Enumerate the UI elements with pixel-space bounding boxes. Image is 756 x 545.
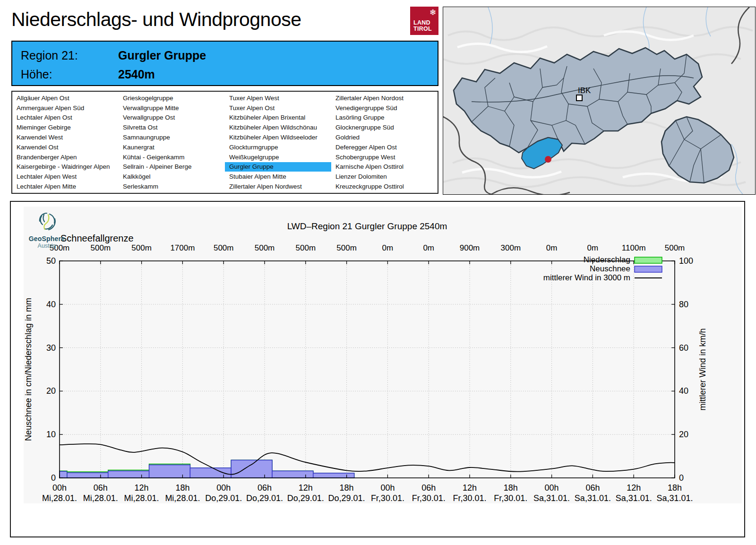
x-tick-hour: 12h bbox=[135, 483, 149, 493]
land-tirol-logo: ❄ LAND TIROL bbox=[410, 7, 438, 35]
region-list-item[interactable]: Verwallgruppe Ost bbox=[119, 113, 225, 123]
x-tick-day: Do,29.01. bbox=[205, 493, 242, 503]
left-axis-tick: 0 bbox=[51, 473, 56, 483]
x-tick-day: Sa,31.01. bbox=[616, 493, 652, 503]
right-axis-tick: 0 bbox=[679, 473, 684, 483]
x-tick-hour: 12h bbox=[299, 483, 313, 493]
snowline-value: 500m bbox=[336, 243, 357, 252]
region-list-item[interactable]: Kalkkögel bbox=[119, 172, 225, 182]
x-tick-hour: 06h bbox=[421, 483, 436, 493]
forecast-chart: LWD–Region 21 Gurgler Gruppe 2540mSchnee… bbox=[11, 202, 744, 536]
region-list-item[interactable]: Allgäuer Alpen Ost bbox=[12, 93, 119, 103]
x-tick-hour: 18h bbox=[175, 483, 189, 493]
region-list-item[interactable]: Lechtaler Alpen Mitte bbox=[12, 182, 119, 191]
region-list: Allgäuer Alpen OstAmmergauer Alpen SüdLe… bbox=[11, 91, 438, 194]
region-list-item[interactable]: Glocknergruppe Süd bbox=[331, 122, 438, 132]
region-list-item[interactable]: Tuxer Alpen West bbox=[225, 93, 331, 103]
region-list-item[interactable]: Schobergruppe West bbox=[331, 152, 438, 162]
x-tick-day: Fr,30.01. bbox=[412, 493, 446, 503]
x-tick-hour: 00h bbox=[52, 483, 67, 493]
x-tick-hour: 00h bbox=[380, 483, 395, 493]
right-axis-tick: 20 bbox=[679, 430, 688, 439]
region-list-item[interactable]: Zillertaler Alpen Nordost bbox=[331, 93, 438, 103]
map-canvas: IBK bbox=[443, 7, 755, 194]
region-list-item[interactable]: Lasörling Gruppe bbox=[331, 113, 438, 123]
snowline-value: 1700m bbox=[170, 243, 195, 252]
region-list-item[interactable]: Serleskamm bbox=[119, 182, 225, 191]
region-list-item[interactable]: Kitzbüheler Alpen Brixental bbox=[225, 113, 331, 123]
snowline-value: 0m bbox=[587, 243, 599, 252]
region-list-item[interactable]: Deferegger Alpen Ost bbox=[331, 142, 438, 152]
x-tick-day: Sa,31.01. bbox=[533, 493, 570, 503]
region-list-item[interactable]: Brandenberger Alpen bbox=[12, 152, 119, 162]
legend-neuschnee: Neuschnee bbox=[590, 264, 630, 273]
x-tick-day: Sa,31.01. bbox=[575, 493, 611, 503]
x-tick-hour: 18h bbox=[668, 483, 682, 493]
x-tick-day: Mi,28.01. bbox=[42, 493, 77, 503]
snowline-value: 300m bbox=[501, 243, 521, 252]
region-list-item[interactable]: Karnische Alpen Osttirol bbox=[331, 162, 438, 172]
region-list-item[interactable]: Verwallgruppe Mitte bbox=[119, 103, 225, 113]
region-list-item[interactable]: Mieminger Gebirge bbox=[12, 122, 119, 132]
altitude-value: 2540m bbox=[118, 68, 155, 81]
region-list-item[interactable]: Weißkugelgruppe bbox=[225, 152, 331, 162]
right-axis-label: mittlerer Wind in km/h bbox=[698, 328, 707, 410]
logo-line1: LAND bbox=[413, 19, 430, 26]
region-list-item[interactable]: Silvretta Ost bbox=[119, 122, 225, 132]
region-list-item[interactable]: Samnaungruppe bbox=[119, 132, 225, 142]
geosphere-sub: Austria bbox=[25, 242, 69, 249]
snowline-value: 500m bbox=[214, 243, 234, 252]
x-tick-day: Fr,30.01. bbox=[494, 493, 527, 503]
region-list-item[interactable]: Glockturmgruppe bbox=[225, 142, 331, 152]
x-tick-day: Fr,30.01. bbox=[371, 493, 404, 503]
region-list-item[interactable]: Kühtai - Geigenkamm bbox=[119, 152, 225, 162]
region-list-item[interactable]: Venedigergruppe Süd bbox=[331, 103, 438, 113]
legend-wind: mittlerer Wind in 3000 m bbox=[543, 273, 630, 282]
x-tick-day: Mi,28.01. bbox=[124, 493, 159, 503]
right-axis-tick: 60 bbox=[679, 343, 688, 353]
x-tick-hour: 18h bbox=[504, 483, 518, 493]
left-axis-tick: 20 bbox=[46, 386, 56, 396]
region-label: Region 21: bbox=[21, 49, 78, 62]
region-list-item[interactable]: Karwendel West bbox=[12, 132, 119, 142]
city-square-icon bbox=[576, 95, 582, 101]
region-list-item[interactable]: Lechtaler Alpen Ost bbox=[12, 113, 119, 123]
region-list-item[interactable]: Kreuzeckgruppe Osttirol bbox=[331, 182, 438, 191]
region-list-item[interactable]: Kitzbüheler Alpen Wildschönau bbox=[225, 122, 331, 132]
region-list-item[interactable]: Stubaier Alpen Mitte bbox=[225, 172, 331, 182]
region-list-item[interactable]: Sellrain - Alpeiner Berge bbox=[119, 162, 225, 172]
region-list-item[interactable]: Kaunergrat bbox=[119, 142, 225, 152]
right-axis-tick: 80 bbox=[679, 300, 688, 309]
x-tick-day: Sa,31.01. bbox=[656, 493, 693, 503]
region-list-item[interactable]: Goldried bbox=[331, 132, 438, 142]
region-list-item[interactable]: Kitzbüheler Alpen Wildseeloder bbox=[225, 132, 331, 142]
x-tick-hour: 00h bbox=[216, 483, 231, 493]
region-list-item[interactable]: Karwendel Ost bbox=[12, 142, 119, 152]
region-list-item[interactable]: Ammergauer Alpen Süd bbox=[12, 103, 119, 113]
x-tick-day: Do,29.01. bbox=[287, 493, 324, 503]
region-list-item[interactable]: Lechtaler Alpen West bbox=[12, 172, 119, 182]
x-tick-day: Do,29.01. bbox=[328, 493, 365, 503]
region-list-item[interactable]: Kaisergebirge - Waidringer Alpen bbox=[12, 162, 119, 172]
x-tick-hour: 06h bbox=[585, 483, 600, 493]
region-list-column: Allgäuer Alpen OstAmmergauer Alpen SüdLe… bbox=[12, 93, 119, 191]
left-axis-tick: 50 bbox=[46, 256, 56, 266]
region-list-item[interactable]: Grieskogelgruppe bbox=[119, 93, 225, 103]
region-list-item[interactable]: Tuxer Alpen Ost bbox=[225, 103, 331, 113]
region-list-item-selected[interactable]: Gurgler Gruppe bbox=[225, 162, 331, 172]
x-tick-day: Mi,28.01. bbox=[83, 493, 118, 503]
x-tick-hour: 18h bbox=[340, 483, 354, 493]
snowline-value: 1100m bbox=[622, 243, 646, 252]
x-tick-day: Do,29.01. bbox=[246, 493, 283, 503]
x-tick-hour: 00h bbox=[545, 483, 559, 493]
snowline-value: 900m bbox=[460, 243, 480, 252]
tirol-map: IBK bbox=[443, 7, 756, 195]
logo-line2: TIROL bbox=[413, 26, 432, 32]
region-list-item[interactable]: Zillertaler Alpen Nordwest bbox=[225, 182, 331, 191]
region-list-item[interactable]: Lienzer Dolomiten bbox=[331, 172, 438, 182]
geosphere-logo: GeoSphere Austria bbox=[25, 210, 69, 249]
x-tick-day: Fr,30.01. bbox=[453, 493, 486, 503]
snowline-value: 500m bbox=[255, 243, 275, 252]
region-header-box: Region 21: Gurgler Gruppe Höhe: 2540m bbox=[11, 41, 438, 86]
left-axis-tick: 30 bbox=[46, 343, 56, 353]
